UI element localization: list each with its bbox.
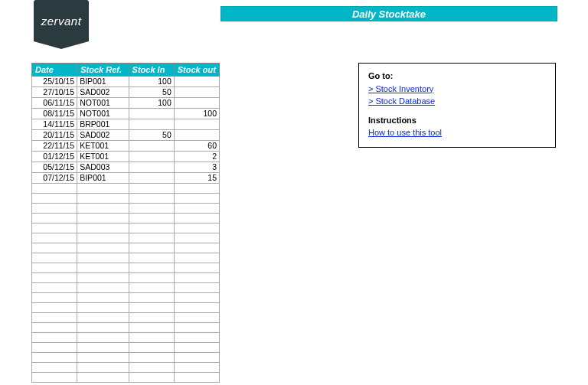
link-how-to-use[interactable]: How to use this tool <box>368 128 442 137</box>
cell-empty[interactable] <box>32 333 77 343</box>
cell-empty[interactable] <box>32 343 77 353</box>
cell-ref[interactable]: BIP001 <box>77 77 129 87</box>
table-row[interactable] <box>32 233 220 243</box>
cell-ref[interactable]: SAD003 <box>77 162 129 173</box>
cell-date[interactable]: 14/11/15 <box>32 119 77 130</box>
cell-empty[interactable] <box>174 293 219 303</box>
cell-empty[interactable] <box>32 303 77 313</box>
cell-empty[interactable] <box>129 373 174 383</box>
cell-empty[interactable] <box>174 373 219 383</box>
cell-empty[interactable] <box>77 233 129 243</box>
cell-empty[interactable] <box>32 313 77 323</box>
cell-empty[interactable] <box>77 283 129 293</box>
cell-empty[interactable] <box>129 283 174 293</box>
cell-empty[interactable] <box>129 273 174 283</box>
cell-empty[interactable] <box>77 273 129 283</box>
cell-in[interactable]: 50 <box>129 130 174 141</box>
cell-empty[interactable] <box>32 323 77 333</box>
cell-empty[interactable] <box>129 194 174 204</box>
cell-empty[interactable] <box>77 343 129 353</box>
cell-empty[interactable] <box>174 353 219 363</box>
cell-empty[interactable] <box>174 313 219 323</box>
table-row[interactable] <box>32 273 220 283</box>
cell-empty[interactable] <box>32 353 77 363</box>
cell-empty[interactable] <box>174 243 219 253</box>
table-row[interactable] <box>32 283 220 293</box>
cell-empty[interactable] <box>174 333 219 343</box>
table-row[interactable] <box>32 343 220 353</box>
cell-empty[interactable] <box>77 323 129 333</box>
cell-empty[interactable] <box>174 303 219 313</box>
table-row[interactable] <box>32 363 220 373</box>
cell-empty[interactable] <box>32 283 77 293</box>
cell-empty[interactable] <box>77 313 129 323</box>
cell-ref[interactable]: KET001 <box>77 141 129 152</box>
table-row[interactable] <box>32 313 220 323</box>
cell-empty[interactable] <box>77 293 129 303</box>
table-row[interactable]: 20/11/15SAD00250 <box>32 130 220 141</box>
cell-empty[interactable] <box>174 223 219 233</box>
table-row[interactable]: 01/12/15KET0012 <box>32 152 220 162</box>
table-row[interactable]: 27/10/15SAD00250 <box>32 87 220 98</box>
cell-empty[interactable] <box>174 204 219 214</box>
cell-empty[interactable] <box>32 263 77 273</box>
cell-empty[interactable] <box>77 363 129 373</box>
cell-out[interactable] <box>174 87 219 98</box>
table-row[interactable] <box>32 243 220 253</box>
table-row[interactable] <box>32 293 220 303</box>
cell-empty[interactable] <box>174 253 219 263</box>
table-row[interactable] <box>32 253 220 263</box>
table-row[interactable] <box>32 184 220 194</box>
table-row[interactable] <box>32 373 220 383</box>
table-row[interactable] <box>32 263 220 273</box>
link-stock-inventory[interactable]: > Stock Inventory <box>368 84 433 93</box>
cell-out[interactable] <box>174 77 219 87</box>
cell-empty[interactable] <box>174 214 219 223</box>
table-row[interactable]: 25/10/15BIP001100 <box>32 77 220 87</box>
table-row[interactable] <box>32 204 220 214</box>
cell-in[interactable] <box>129 152 174 162</box>
cell-empty[interactable] <box>129 343 174 353</box>
cell-date[interactable]: 06/11/15 <box>32 98 77 109</box>
cell-empty[interactable] <box>174 363 219 373</box>
table-row[interactable] <box>32 303 220 313</box>
cell-date[interactable]: 22/11/15 <box>32 141 77 152</box>
cell-empty[interactable] <box>174 273 219 283</box>
cell-empty[interactable] <box>129 263 174 273</box>
cell-empty[interactable] <box>77 373 129 383</box>
cell-in[interactable]: 50 <box>129 87 174 98</box>
cell-empty[interactable] <box>32 204 77 214</box>
cell-empty[interactable] <box>129 333 174 343</box>
cell-date[interactable]: 08/11/15 <box>32 109 77 119</box>
cell-empty[interactable] <box>32 293 77 303</box>
cell-empty[interactable] <box>129 243 174 253</box>
cell-empty[interactable] <box>129 293 174 303</box>
cell-empty[interactable] <box>32 273 77 283</box>
link-stock-database[interactable]: > Stock Database <box>368 96 435 106</box>
cell-empty[interactable] <box>77 223 129 233</box>
table-row[interactable] <box>32 333 220 343</box>
cell-out[interactable]: 2 <box>174 152 219 162</box>
cell-empty[interactable] <box>77 353 129 363</box>
table-row[interactable] <box>32 223 220 233</box>
cell-empty[interactable] <box>32 243 77 253</box>
cell-empty[interactable] <box>77 214 129 223</box>
cell-empty[interactable] <box>77 333 129 343</box>
table-row[interactable]: 08/11/15NOT001100 <box>32 109 220 119</box>
cell-ref[interactable]: BIP001 <box>77 173 129 184</box>
cell-empty[interactable] <box>129 214 174 223</box>
cell-empty[interactable] <box>174 283 219 293</box>
cell-empty[interactable] <box>32 184 77 194</box>
cell-in[interactable]: 100 <box>129 98 174 109</box>
cell-date[interactable]: 27/10/15 <box>32 87 77 98</box>
cell-out[interactable] <box>174 119 219 130</box>
cell-out[interactable]: 60 <box>174 141 219 152</box>
cell-empty[interactable] <box>32 194 77 204</box>
cell-empty[interactable] <box>129 223 174 233</box>
cell-empty[interactable] <box>174 233 219 243</box>
table-row[interactable] <box>32 194 220 204</box>
cell-empty[interactable] <box>32 233 77 243</box>
table-row[interactable]: 22/11/15KET00160 <box>32 141 220 152</box>
cell-ref[interactable]: KET001 <box>77 152 129 162</box>
cell-empty[interactable] <box>32 253 77 263</box>
